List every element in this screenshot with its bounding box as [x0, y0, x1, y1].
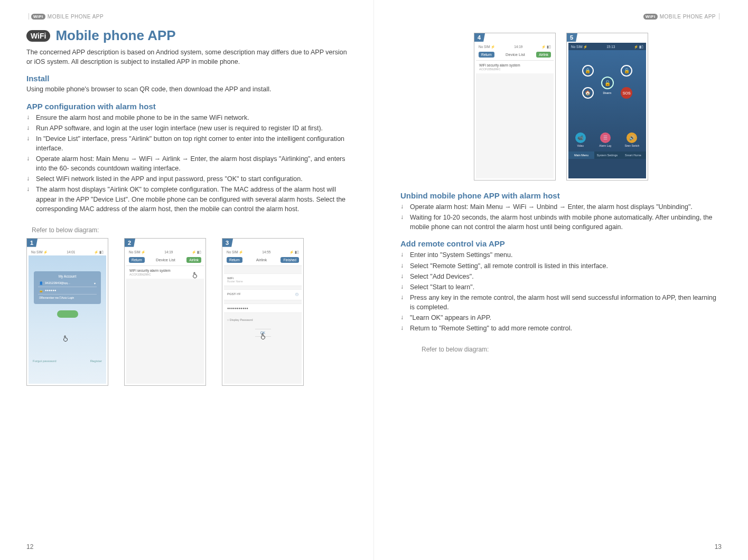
video-button[interactable]: 📹Video [575, 132, 586, 147]
header-right: WiFi MOBILE PHONE APP [400, 13, 722, 20]
refer-text: Refer to below diagram: [422, 346, 722, 353]
intro-text: The concerned APP description is based o… [26, 48, 347, 67]
sos-icon: SOS [621, 87, 632, 99]
config-item: Ensure the alarm host and mobile phone t… [26, 113, 347, 122]
return-button[interactable]: Return [129, 257, 145, 263]
return-button[interactable]: Return [227, 257, 242, 263]
right-page: WiFi MOBILE PHONE APP 4 No SIM ⚡ 14:19 ⚡… [374, 0, 748, 560]
addremote-item: Return to "Remote Setting" to add more r… [400, 324, 722, 333]
person-icon: 👤 [39, 281, 43, 285]
unbind-item: Operate alarm host: Main Menu → WiFi → U… [400, 202, 722, 212]
status-time: 14:55 [262, 250, 270, 254]
device-list-item[interactable]: WiFi security alarm system ACCF2356299C [476, 61, 554, 73]
status-time: 14:19 [164, 250, 173, 254]
forgot-link[interactable]: Forgot password [33, 359, 57, 363]
battery-icon: ⚡ ▮▯ [289, 250, 299, 254]
screenshots-row-right: 4 No SIM ⚡ 14:19 ⚡ ▮▯ Return Device List… [400, 33, 722, 181]
list-icon: ☰ [600, 132, 611, 143]
header-label: MOBILE PHONE APP [48, 14, 104, 20]
addremote-item: Enter into "System Settings" menu. [400, 250, 722, 260]
lock-closed-icon: 🔒 [582, 65, 594, 77]
addremote-item: Press any key in the remote control, the… [400, 293, 722, 312]
volume-icon: 🔊 [627, 132, 637, 143]
return-button[interactable]: Return [479, 52, 494, 58]
device-mac: ACCF2356299C [129, 273, 201, 277]
wifi-badge-icon: WiFi [26, 30, 50, 42]
finished-button[interactable]: Finished [280, 257, 299, 263]
title-row: WiFi Mobile phone APP [26, 27, 347, 44]
tab-bar: Main Menu System Settings Smart Home [568, 151, 646, 159]
password-field[interactable]: ●●●●●●●●●●● [224, 303, 302, 313]
status-carrier: No SIM ⚡ [227, 250, 243, 254]
addremote-item: Select "Remote Setting", all remote cont… [400, 261, 722, 271]
screenshot-4: 4 No SIM ⚡ 14:19 ⚡ ▮▯ Return Device List… [474, 33, 556, 181]
login-user: 342123943@qq... [45, 281, 70, 284]
shot-number: 3 [222, 239, 233, 247]
alarm-log-button[interactable]: ☰Alarm Log [599, 132, 611, 147]
battery-icon: ⚡ ▮▯ [94, 250, 104, 254]
unbind-item: Waiting for 10-20 seconds, the alarm hos… [400, 213, 722, 232]
config-item: Operate alarm host: Main Menu → WiFi → A… [26, 154, 347, 173]
page-number: 13 [715, 543, 722, 550]
wifi-field: WiFi Router Name [224, 273, 302, 286]
screenshot-5: 5 No SIM ⚡ 15:13 ⚡ ▮▯ 🔒 🔓 🏠 SOS 🔓Disarm [566, 33, 648, 181]
info-icon: ⓘ [295, 292, 298, 297]
disarm-indicator: 🔓Disarm [601, 77, 614, 89]
config-list: Ensure the alarm host and mobile phone t… [26, 113, 347, 215]
config-item: Select WiFi network listed in the APP an… [26, 174, 347, 184]
addremote-heading: Add remote control via APP [400, 239, 722, 248]
page-title: Mobile phone APP [55, 27, 175, 44]
refer-text: Refer to below diagram: [32, 226, 347, 234]
login-pass: ●●●●●● [45, 289, 57, 292]
screenshot-1: 1 No SIM ⚡ 14:01 ⚡ ▮▯ My Account 👤342123… [26, 238, 108, 386]
home-button[interactable]: 🏠 [582, 87, 594, 99]
config-heading: APP configuration with alarm host [26, 102, 347, 111]
wifi-icon: WiFi [643, 14, 658, 20]
shot-number: 4 [474, 33, 485, 42]
lock-icon: 🔒 [39, 289, 43, 292]
battery-icon: ⚡ ▮▯ [634, 45, 643, 49]
status-time: 14:01 [67, 250, 75, 254]
device-mac: ACCF2356299C [479, 68, 550, 71]
shot-number: 2 [125, 239, 135, 247]
siren-button[interactable]: 🔊Siren Switch [624, 132, 639, 147]
disarm-button[interactable]: 🔓 [621, 65, 632, 77]
addremote-list: Enter into "System Settings" menu. Selec… [400, 250, 722, 334]
status-carrier: No SIM ⚡ [571, 45, 587, 49]
register-link[interactable]: Register [90, 359, 102, 363]
screenshots-row-left: 1 No SIM ⚡ 14:01 ⚡ ▮▯ My Account 👤342123… [26, 238, 347, 386]
login-title: My Account [38, 274, 97, 280]
tab-system[interactable]: System Settings [594, 151, 620, 159]
airlink-button[interactable]: Airlink [536, 52, 551, 58]
status-carrier: No SIM ⚡ [31, 250, 48, 254]
config-item: In "Device List" interface, press "Airli… [26, 134, 347, 153]
status-carrier: No SIM ⚡ [129, 250, 145, 254]
tab-main[interactable]: Main Menu [568, 151, 594, 159]
wifi-hint: Router Name [227, 280, 298, 283]
tab-smart[interactable]: Smart Home [620, 151, 646, 159]
screen-title: Device List [506, 52, 525, 57]
sos-button[interactable]: SOS [621, 87, 632, 99]
battery-icon: ⚡ ▮▯ [192, 250, 201, 254]
status-time: 15:13 [606, 45, 615, 49]
left-page: WiFi MOBILE PHONE APP WiFi Mobile phone … [0, 0, 374, 560]
addremote-item: Select "Add Devices". [400, 272, 722, 281]
airlink-button[interactable]: Airlink [186, 257, 201, 263]
home-icon: 🏠 [582, 87, 594, 99]
display-password-toggle[interactable]: ○ Display Password [224, 316, 302, 324]
page-number: 12 [26, 543, 33, 550]
battery-icon: ⚡ ▮▯ [541, 45, 551, 49]
cursor-hand-icon [61, 334, 70, 343]
login-button[interactable] [57, 310, 78, 318]
install-heading: Install [26, 74, 347, 83]
screen-title: Device List [156, 258, 175, 262]
header-left: WiFi MOBILE PHONE APP [26, 13, 347, 20]
screenshot-3: 3 No SIM ⚡ 14:55 ⚡ ▮▯ Return Airlink Fin… [222, 238, 304, 386]
screen-title: Airlink [256, 258, 267, 262]
ssid-row[interactable]: PGST-YF ⓘ [224, 289, 302, 300]
addremote-item: Select "Start to learn". [400, 282, 722, 292]
cursor-hand-icon [259, 331, 267, 341]
arm-button[interactable]: 🔒 [582, 65, 594, 77]
video-icon: 📹 [575, 132, 586, 143]
config-item: The alarm host displays "Airlink OK" to … [26, 185, 347, 213]
